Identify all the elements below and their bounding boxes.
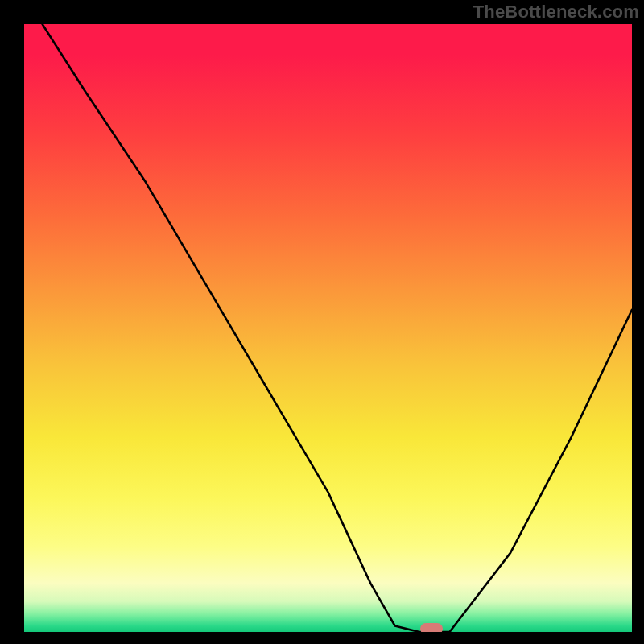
curve-svg (24, 24, 632, 632)
watermark-label: TheBottleneck.com (473, 2, 639, 23)
plot-area (24, 24, 632, 632)
optimal-marker (420, 623, 443, 632)
chart-frame: TheBottleneck.com (0, 0, 644, 644)
bottleneck-curve (43, 24, 632, 632)
